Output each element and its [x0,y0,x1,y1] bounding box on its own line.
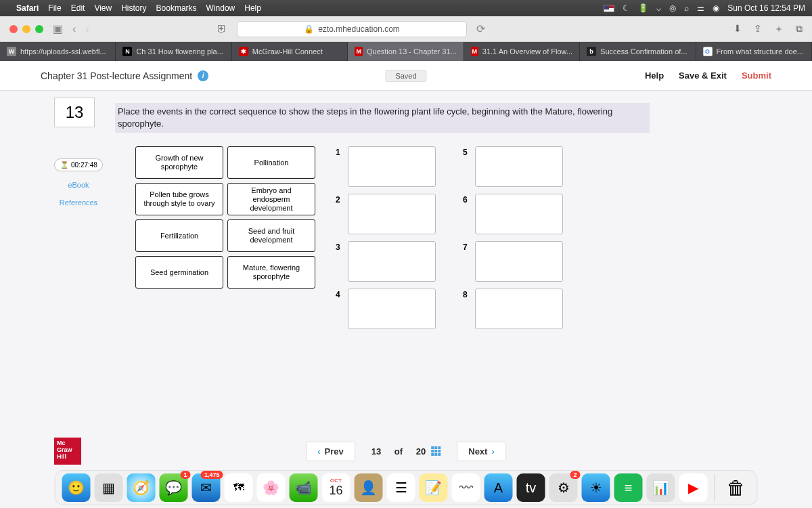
siri-icon[interactable]: ◉ [713,3,719,13]
prev-button[interactable]: ‹Prev [306,442,355,461]
downloads-icon[interactable]: ⬇ [734,23,742,35]
menu-help[interactable]: Help [244,3,261,13]
search-icon[interactable]: ⌕ [684,3,689,13]
tab-6[interactable]: GFrom what structure doe... [696,42,812,61]
grid-icon[interactable] [431,446,441,456]
reload-button[interactable]: ⟳ [476,22,485,35]
drop-slot-1[interactable] [348,146,436,187]
share-icon[interactable]: ⇪ [754,23,762,35]
dock-settings[interactable]: ⚙2 [549,473,578,502]
tab-5[interactable]: bSuccess Confirmation of... [580,42,696,61]
dock-facetime[interactable]: 📹 [290,473,318,502]
close-button[interactable] [9,25,18,33]
dock-freeform[interactable]: 〰 [452,473,480,502]
tab-3[interactable]: MQuestion 13 - Chapter 31... [348,42,464,61]
badge: 1,475 [201,471,223,479]
question-pager: ‹Prev 13 of 20 Next› [306,442,506,461]
references-link[interactable]: References [54,198,103,207]
menu-view[interactable]: View [94,3,112,13]
dock-app[interactable]: 📊 [647,473,675,502]
drop-slot-5[interactable] [475,146,563,187]
drop-slot-7[interactable] [475,241,563,282]
next-button[interactable]: Next› [457,442,506,461]
menu-history[interactable]: History [121,3,146,13]
card[interactable]: Seed germination [135,256,223,289]
dock-photos[interactable]: 🌸 [257,473,286,502]
question-number: 13 [54,98,95,127]
tab-label: 31.1 An Overview of Flow... [482,47,572,56]
save-exit-link[interactable]: Save & Exit [679,70,727,81]
tab-1[interactable]: NCh 31 How flowering pla... [116,42,231,61]
url-text: ezto.mheducation.com [318,24,400,34]
dock-appstore[interactable]: A [484,473,513,502]
card[interactable]: Pollen tube grows through style to ovary [135,183,223,215]
card[interactable]: Seed and fruit development [227,219,315,252]
user-icon[interactable]: ◎ [669,3,676,13]
tab-2[interactable]: ✱McGraw-Hill Connect [232,42,348,61]
wifi-icon[interactable]: ⌵ [656,3,661,13]
question-sidebar: 00:27:48 eBook References [54,158,103,207]
drop-slot-6[interactable] [475,194,563,234]
clock[interactable]: Sun Oct 16 12:54 PM [727,3,805,13]
dock-finder[interactable]: 🙂 [62,473,91,502]
submit-button[interactable]: Submit [742,70,771,81]
minimize-button[interactable] [22,25,30,33]
dock-launchpad[interactable]: ▦ [95,473,123,502]
ebook-link[interactable]: eBook [54,181,103,189]
shield-icon[interactable]: ⛨ [217,23,227,35]
tabs-overview-icon[interactable]: ⧉ [796,23,803,35]
help-link[interactable]: Help [645,70,664,81]
tab-label: https://uploads-ssl.webfl... [20,47,106,56]
card[interactable]: Embryo and endosperm development [227,183,315,215]
drop-slot-3[interactable] [348,241,436,282]
slot-number: 4 [336,289,344,299]
dock-calendar[interactable]: OCT16 [322,473,351,502]
window-controls[interactable] [9,25,43,33]
info-icon[interactable]: i [198,70,208,81]
menu-edit[interactable]: Edit [71,3,85,13]
sidebar-icon[interactable]: ▣ [53,22,63,35]
drop-slot-2[interactable] [348,194,436,234]
dock-youtube[interactable]: ▶ [679,473,708,502]
dock-mail[interactable]: ✉1,475 [192,473,221,502]
tab-label: McGraw-Hill Connect [252,47,323,56]
input-source-icon[interactable] [604,5,614,12]
dock-spotify[interactable]: ≡ [614,473,643,502]
slot-number: 7 [463,241,471,252]
moon-icon[interactable]: ☾ [623,3,630,13]
card[interactable]: Fertilization [135,219,223,252]
back-button[interactable]: ‹ [72,23,76,35]
favicon: ✱ [239,47,248,56]
fullscreen-button[interactable] [35,25,43,33]
dock-tv[interactable]: tv [517,473,545,502]
card[interactable]: Pollination [227,146,315,179]
app-menu[interactable]: Safari [16,3,39,13]
menu-bookmarks[interactable]: Bookmarks [156,3,197,13]
menu-window[interactable]: Window [206,3,235,13]
tab-4[interactable]: M31.1 An Overview of Flow... [464,42,580,61]
card[interactable]: Mature, flowering sporophyte [227,256,315,289]
drop-slot-4[interactable] [348,289,436,329]
tab-label: Success Confirmation of... [600,47,687,56]
control-center-icon[interactable]: ⚌ [697,3,704,13]
chevron-left-icon: ‹ [317,446,320,457]
dock-notes[interactable]: 📝 [420,473,448,502]
menu-file[interactable]: File [48,3,61,13]
dock-weather[interactable]: ☀ [582,473,610,502]
card[interactable]: Growth of new sporophyte [135,146,223,179]
address-bar[interactable]: 🔒 ezto.mheducation.com [237,21,468,37]
new-tab-icon[interactable]: ＋ [774,23,784,35]
drop-slot-8[interactable] [475,289,563,329]
dock-safari[interactable]: 🧭 [127,473,156,502]
dock-maps[interactable]: 🗺 [225,473,253,502]
tab-0[interactable]: Whttps://uploads-ssl.webfl... [0,42,116,61]
timer: 00:27:48 [54,158,103,171]
forward-button[interactable]: › [85,23,89,35]
dock-trash[interactable]: 🗑 [722,473,750,502]
dock-messages[interactable]: 💬1 [160,473,188,502]
saved-indicator: Saved [385,70,426,82]
dock-reminders[interactable]: ☰ [387,473,415,502]
battery-icon[interactable]: 🔋 [638,3,648,13]
favicon: N [122,47,132,56]
dock-contacts[interactable]: 👤 [355,473,383,502]
